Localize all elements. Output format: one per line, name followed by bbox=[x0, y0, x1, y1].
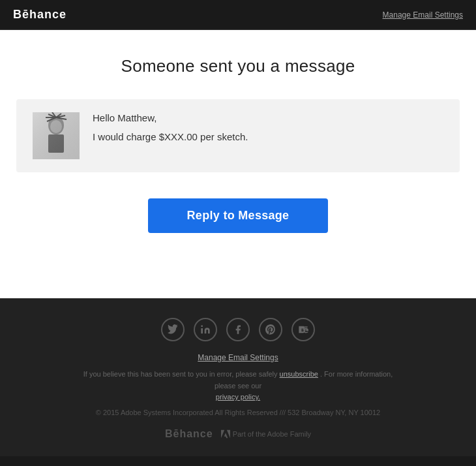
footer-notice: If you believe this has been sent to you… bbox=[75, 369, 401, 403]
footer-unsubscribe-link[interactable]: unsubscribe bbox=[280, 370, 318, 378]
message-greeting: Hello Matthew, bbox=[93, 112, 443, 123]
svg-point-12 bbox=[201, 325, 203, 327]
adobe-family-text: Part of the Adobe Family bbox=[233, 430, 311, 438]
behance-logo: Bēhance bbox=[13, 8, 67, 22]
footer-privacy-link[interactable]: privacy policy. bbox=[216, 393, 260, 401]
message-body-text: I would charge $XXX.00 per sketch. bbox=[93, 131, 248, 142]
footer-manage-email-link[interactable]: Manage Email Settings bbox=[13, 353, 463, 362]
facebook-icon[interactable] bbox=[226, 318, 250, 341]
avatar bbox=[33, 112, 80, 159]
twitter-icon[interactable] bbox=[161, 318, 185, 341]
svg-rect-11 bbox=[33, 112, 80, 159]
pinterest-icon[interactable] bbox=[259, 318, 282, 341]
avatar-image bbox=[33, 112, 80, 159]
message-card: Hello Matthew, I would charge $XXX.00 pe… bbox=[16, 99, 460, 172]
header-manage-email-link[interactable]: Manage Email Settings bbox=[383, 10, 463, 20]
header: Bēhance Manage Email Settings bbox=[0, 0, 476, 30]
footer-adobe-text: Part of the Adobe Family bbox=[221, 429, 311, 439]
footer-notice-text: If you believe this has been sent to you… bbox=[83, 370, 278, 378]
footer-copyright: © 2015 Adobe Systems Incorporated All Ri… bbox=[13, 409, 463, 416]
reply-to-message-button[interactable]: Reply to Message bbox=[148, 198, 329, 233]
footer-brand: Bēhance Part of the Adobe Family bbox=[13, 428, 463, 440]
footer: Manage Email Settings If you believe thi… bbox=[0, 298, 476, 456]
message-body: Hello Matthew, I would charge $XXX.00 pe… bbox=[93, 112, 443, 145]
message-text: I would charge $XXX.00 per sketch. bbox=[93, 130, 443, 145]
behance-social-icon[interactable] bbox=[291, 318, 315, 341]
email-title: Someone sent you a message bbox=[13, 56, 463, 76]
social-icons bbox=[13, 318, 463, 341]
linkedin-icon[interactable] bbox=[194, 318, 217, 341]
footer-behance-logo: Bēhance bbox=[165, 428, 213, 440]
button-container: Reply to Message bbox=[13, 198, 463, 233]
main-content: Someone sent you a message bbox=[0, 30, 476, 298]
adobe-icon bbox=[221, 429, 230, 439]
